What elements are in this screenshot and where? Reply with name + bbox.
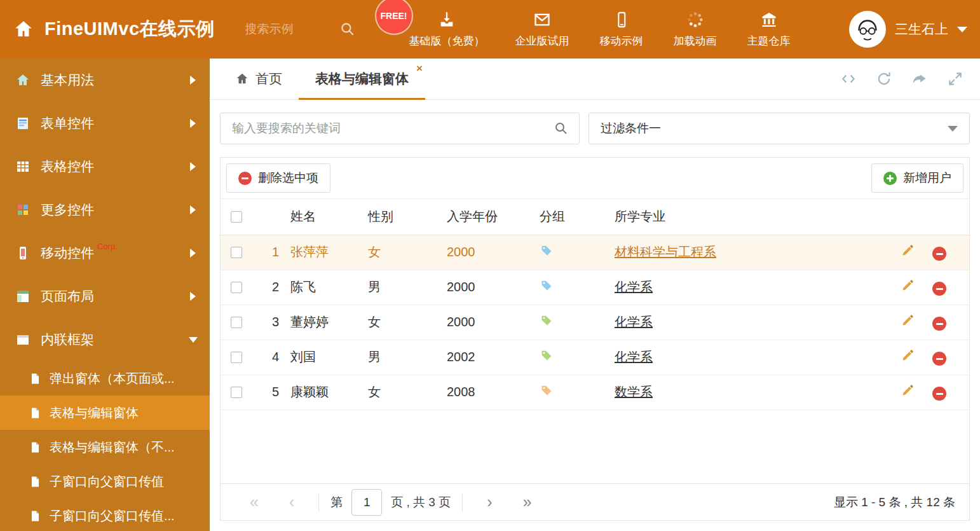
tag-icon [540, 244, 553, 258]
table-row: 1 张萍萍 女 2000 材料科学与工程系 [221, 235, 969, 270]
sidebar-item-label: 移动控件 [41, 244, 94, 262]
file-icon [29, 373, 41, 385]
delete-icon[interactable] [932, 352, 946, 366]
mobile-icon [613, 11, 630, 29]
chevron-right-icon [190, 162, 196, 171]
search-icon[interactable] [554, 121, 569, 136]
sidebar: 基本用法 表单控件 表格控件 更多控件 移动控件 Corp. [0, 59, 210, 531]
sidebar-subitem-label: 表格与编辑窗体（不... [50, 439, 175, 456]
expand-icon[interactable] [947, 71, 963, 87]
corp-badge: Corp. [97, 242, 118, 251]
avatar[interactable] [849, 11, 886, 48]
tab-grid-edit-window[interactable]: 表格与编辑窗体 [299, 59, 425, 99]
nav-item-theme-repo[interactable]: 主题仓库 [732, 0, 806, 59]
close-icon[interactable] [416, 63, 423, 74]
sidebar-subitem-grid-edit-window[interactable]: 表格与编辑窗体 [0, 396, 210, 430]
last-page-button[interactable] [508, 494, 547, 510]
home-icon[interactable] [13, 18, 34, 40]
page-count-label: 页 , 共 3 页 [391, 494, 451, 511]
first-page-button[interactable] [235, 494, 274, 510]
table-row: 5 康颖颖 女 2008 数学系 [221, 375, 969, 410]
share-icon[interactable] [911, 71, 928, 87]
chevron-right-icon [190, 249, 196, 258]
tab-content: 过滤条件一 删除选中项 新增用户 [210, 100, 980, 531]
user-name[interactable]: 三生石上 [895, 20, 948, 38]
search-icon[interactable] [339, 21, 356, 38]
nav-item-enterprise-trial[interactable]: 企业版试用 [500, 0, 585, 59]
row-checkbox[interactable] [231, 387, 242, 398]
cell-name: 陈飞 [287, 270, 364, 305]
edit-icon[interactable] [901, 348, 915, 362]
button-label: 新增用户 [903, 170, 951, 186]
row-index: 2 [257, 270, 287, 305]
page-number-input[interactable] [351, 489, 382, 516]
envelope-icon [533, 11, 551, 29]
delete-icon[interactable] [932, 387, 946, 401]
sidebar-subitem-label: 子窗口向父窗口传值 [50, 473, 164, 490]
prev-page-button[interactable] [274, 494, 310, 510]
frame-icon [15, 332, 31, 347]
file-icon [29, 476, 41, 488]
row-checkbox[interactable] [231, 352, 242, 363]
sidebar-item-mobile-controls[interactable]: 移动控件 Corp. [0, 231, 210, 275]
cell-name: 张萍萍 [287, 235, 364, 270]
major-link[interactable]: 化学系 [615, 350, 653, 364]
sidebar-item-form-controls[interactable]: 表单控件 [0, 102, 210, 145]
home-icon [235, 72, 249, 86]
sidebar-subitem-child-to-parent[interactable]: 子窗口向父窗口传值 [0, 464, 210, 499]
pagination-bar: 第 页 , 共 3 页 显示 1 - 5 条 , 共 12 条 [221, 483, 969, 520]
sidebar-subitem-popup-window[interactable]: 弹出窗体（本页面或... [0, 361, 210, 396]
plus-circle-icon [883, 172, 897, 185]
bank-icon [760, 11, 778, 29]
refresh-icon[interactable] [876, 71, 892, 87]
nav-item-mobile-demo[interactable]: 移动示例 [585, 0, 658, 59]
major-link[interactable]: 数学系 [615, 385, 653, 399]
app-title: FineUIMvc在线示例 [44, 17, 215, 42]
divider [462, 493, 463, 511]
sidebar-subitem-label: 表格与编辑窗体 [50, 404, 139, 422]
sidebar-subitem-child-to-parent-2[interactable]: 子窗口向父窗口传值... [0, 499, 210, 531]
sidebar-item-page-layout[interactable]: 页面布局 [0, 275, 210, 318]
nav-item-basic-free[interactable]: FREE! 基础版（免费） [394, 0, 500, 59]
select-all-checkbox[interactable] [231, 211, 242, 223]
sidebar-item-grid-controls[interactable]: 表格控件 [0, 145, 210, 188]
sidebar-item-more-controls[interactable]: 更多控件 [0, 188, 210, 231]
delete-icon[interactable] [932, 247, 946, 261]
edit-icon[interactable] [901, 314, 915, 328]
user-menu[interactable]: 三生石上 [849, 11, 967, 48]
tab-home[interactable]: 首页 [219, 59, 299, 99]
row-index: 3 [257, 305, 287, 340]
chevron-down-icon[interactable] [957, 27, 967, 32]
edit-icon[interactable] [901, 244, 915, 258]
nav-item-loading-animation[interactable]: 加载动画 [658, 0, 732, 59]
filter-dropdown[interactable]: 过滤条件一 [589, 113, 970, 144]
delete-icon[interactable] [932, 282, 946, 296]
sidebar-item-basic-usage[interactable]: 基本用法 [0, 59, 210, 102]
row-index: 1 [257, 235, 287, 270]
tag-icon [540, 279, 553, 293]
row-checkbox[interactable] [231, 247, 242, 258]
sidebar-item-iframe[interactable]: 内联框架 [0, 318, 210, 361]
add-user-button[interactable]: 新增用户 [871, 163, 963, 193]
major-link[interactable]: 化学系 [615, 280, 653, 294]
major-link[interactable]: 材料科学与工程系 [615, 245, 716, 259]
delete-selected-button[interactable]: 删除选中项 [226, 163, 330, 193]
edit-icon[interactable] [901, 279, 915, 293]
major-link[interactable]: 化学系 [615, 315, 653, 329]
sidebar-item-label: 更多控件 [41, 201, 94, 219]
column-header-gender: 性别 [364, 199, 443, 235]
next-page-button[interactable] [472, 494, 507, 510]
row-checkbox[interactable] [231, 317, 242, 328]
minus-circle-icon [238, 172, 252, 185]
edit-icon[interactable] [901, 383, 915, 397]
delete-icon[interactable] [932, 317, 946, 331]
spinner-icon [686, 11, 704, 29]
row-checkbox[interactable] [231, 282, 242, 293]
column-header-index [257, 199, 287, 235]
free-badge: FREE! [376, 0, 412, 34]
source-code-icon[interactable] [840, 71, 857, 87]
header-search-input[interactable] [244, 22, 339, 37]
keyword-search-input[interactable] [231, 121, 554, 136]
sidebar-subitem-label: 子窗口向父窗口传值... [50, 507, 175, 525]
sidebar-subitem-grid-edit-window-2[interactable]: 表格与编辑窗体（不... [0, 430, 210, 464]
